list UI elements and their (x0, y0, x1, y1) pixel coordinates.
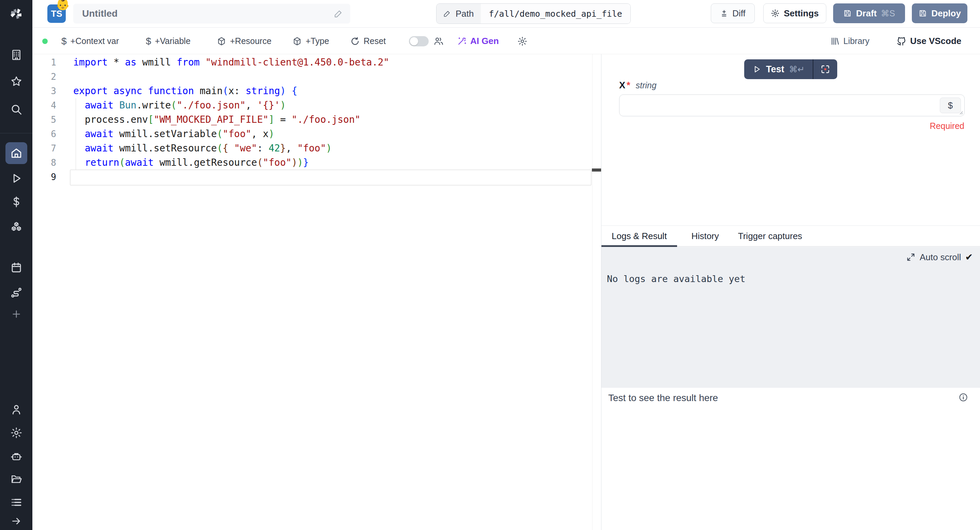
package-icon (217, 37, 226, 46)
topbar: TS 👶 Untitled Path f/all/demo_mocked_api… (32, 0, 980, 28)
indent-guide (76, 98, 76, 170)
result-panel: Test to see the result here (601, 388, 980, 530)
line-number: 9 (32, 170, 73, 184)
play-icon (10, 172, 22, 185)
editor-toolbar: $ +Context var $ +Variable +Resource +Ty… (32, 28, 980, 54)
tab-logs-result[interactable]: Logs & Result (601, 226, 677, 246)
sidebar-item-runs[interactable] (5, 168, 27, 189)
code-line[interactable]: 4 await Bun.write("./foo.json", '{}') (32, 98, 601, 113)
insert-variable-button[interactable]: $ (940, 97, 961, 113)
settings-button[interactable]: Settings (763, 3, 826, 23)
line-number: 6 (32, 127, 73, 141)
sidebar-item-add[interactable] (5, 303, 27, 325)
sidebar-item-favorites[interactable] (5, 70, 27, 93)
sidebar-item-variables[interactable] (5, 191, 27, 213)
capture-test-button[interactable] (813, 59, 837, 79)
sidebar-item-user[interactable] (5, 399, 27, 420)
diff-button[interactable]: Diff (711, 3, 755, 23)
multiplayer-button[interactable] (433, 28, 444, 54)
code-editor[interactable]: 1import * as wmill from "windmill-client… (32, 54, 601, 530)
arrow-right-icon (11, 516, 22, 527)
add-variable-button[interactable]: $ +Variable (146, 28, 191, 54)
ai-gen-label: AI Gen (470, 36, 499, 46)
sidebar-item-folders[interactable] (5, 468, 27, 490)
code-line[interactable]: 6 await wmill.setVariable("foo", x) (32, 127, 601, 141)
reset-icon (350, 37, 360, 46)
path-control[interactable]: Path f/all/demo_mocked_api_file (436, 3, 631, 24)
panel-tabs: Logs & Result History Trigger captures (601, 225, 980, 247)
sidebar-item-triggers[interactable] (5, 282, 27, 303)
ai-gen-button[interactable]: AI Gen (457, 28, 499, 54)
code-line[interactable]: 5 process.env["WM_MOCKED_API_FILE"] = ".… (32, 113, 601, 127)
add-resource-button[interactable]: +Resource (217, 28, 272, 54)
vscode-label: Use VScode (910, 36, 961, 46)
code-line[interactable]: 2 (32, 70, 601, 84)
contextvar-dollar-icon: $ (61, 36, 67, 47)
test-button-group[interactable]: Test ⌘↵ (744, 59, 837, 79)
script-title-input[interactable]: Untitled (73, 4, 350, 24)
tab-history[interactable]: History (687, 226, 724, 246)
line-number: 2 (32, 70, 73, 84)
code-line[interactable]: 8 return(await wmill.getResource("foo"))… (32, 155, 601, 170)
code-lines: 1import * as wmill from "windmill-client… (32, 55, 601, 184)
sidebar-item-home[interactable] (5, 142, 27, 164)
check-icon[interactable]: ✔ (965, 252, 973, 263)
users-icon (433, 36, 444, 46)
line-number: 5 (32, 113, 73, 127)
settings-label: Settings (784, 8, 819, 19)
reset-button[interactable]: Reset (350, 28, 386, 54)
autoscroll-control[interactable]: Auto scroll ✔ (906, 252, 973, 263)
sidebar-divider (0, 133, 32, 133)
windmill-logo[interactable] (5, 3, 27, 24)
test-button[interactable]: Test ⌘↵ (744, 59, 813, 79)
library-button[interactable]: Library (830, 28, 869, 54)
badge-emoji: 👶 (56, 0, 70, 10)
github-icon (896, 36, 907, 46)
info-icon[interactable] (959, 393, 968, 402)
line-number: 7 (32, 141, 73, 155)
magic-wand-icon (457, 37, 466, 46)
diff-label: Diff (732, 8, 746, 19)
path-label: Path (456, 8, 474, 19)
diff-mode-toggle[interactable] (409, 28, 429, 54)
deploy-button[interactable]: Deploy (912, 3, 967, 23)
variable-dollar-icon: $ (146, 36, 151, 47)
sidebar-item-settings[interactable] (5, 422, 27, 444)
code-line[interactable]: 9 (32, 170, 601, 184)
draft-button[interactable]: Draft ⌘S (833, 3, 905, 23)
deploy-label: Deploy (931, 8, 961, 19)
resize-grip-icon[interactable] (959, 110, 963, 115)
use-vscode-button[interactable]: Use VScode (896, 28, 961, 54)
sidebar-expand-button[interactable] (5, 510, 27, 530)
line-number: 1 (32, 55, 73, 70)
tab-trigger-captures[interactable]: Trigger captures (733, 226, 807, 246)
argument-input[interactable]: $ (619, 94, 965, 116)
resource-label: +Resource (230, 36, 272, 46)
test-shortcut: ⌘↵ (789, 64, 805, 74)
test-label: Test (766, 64, 784, 75)
line-number: 3 (32, 84, 73, 98)
code-line[interactable]: 7 await wmill.setResource({ "we": 42}, "… (32, 141, 601, 155)
sidebar-item-schedules[interactable] (5, 257, 27, 279)
code-line[interactable]: 1import * as wmill from "windmill-client… (32, 55, 601, 70)
add-context-var-button[interactable]: $ +Context var (61, 28, 119, 54)
code-line[interactable]: 3export async function main(x: string) { (32, 84, 601, 98)
sidebar-item-search[interactable] (5, 99, 27, 120)
play-icon (752, 65, 761, 73)
result-placeholder: Test to see the result here (608, 393, 718, 404)
edit-pencil-icon[interactable] (334, 9, 343, 18)
toggle-switch[interactable] (409, 36, 429, 46)
path-value[interactable]: f/all/demo_mocked_api_file (481, 4, 630, 24)
editor-scrollbar-thumb[interactable] (592, 169, 601, 172)
sidebar-item-ai[interactable] (5, 446, 27, 468)
autoscroll-label: Auto scroll (920, 252, 961, 263)
sidebar-item-workspace[interactable] (5, 44, 27, 66)
capture-icon (820, 64, 830, 74)
diff-icon (720, 9, 728, 18)
sidebar-item-resources[interactable] (5, 216, 27, 238)
folder-open-icon (10, 473, 22, 485)
add-type-button[interactable]: +Type (293, 28, 329, 54)
editor-settings-button[interactable] (517, 28, 528, 54)
path-edit-button[interactable]: Path (436, 4, 481, 24)
reset-label: Reset (364, 36, 386, 46)
